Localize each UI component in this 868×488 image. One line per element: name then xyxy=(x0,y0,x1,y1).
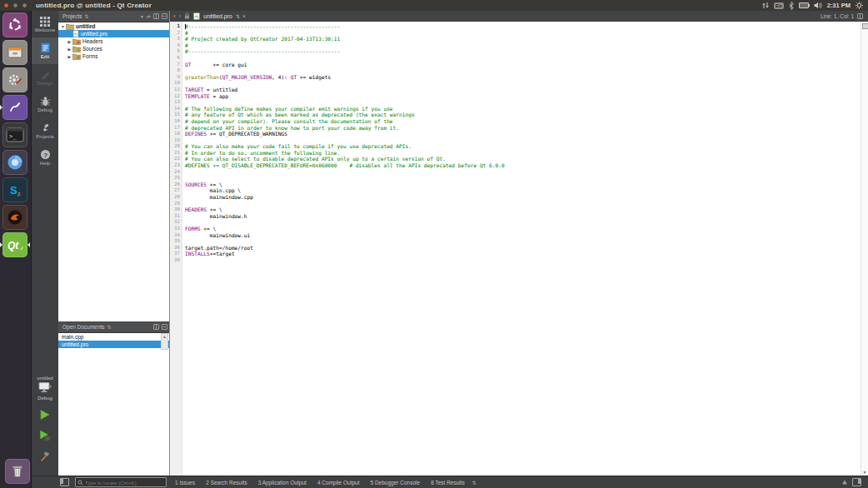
split-panel-icon[interactable] xyxy=(153,13,159,19)
line-number: 21 xyxy=(170,150,182,157)
line-number: 35 xyxy=(170,238,182,245)
window-maximize-button[interactable] xyxy=(22,2,27,8)
mode-help[interactable]: ?Help xyxy=(32,144,58,171)
debug-run-button[interactable] xyxy=(39,430,51,442)
output-pane-8-test-results[interactable]: 8 Test Results xyxy=(431,480,465,486)
output-pane-5-debugger-console[interactable]: 5 Debugger Console xyxy=(371,480,421,486)
svg-text:β: β xyxy=(17,192,21,197)
left-sidebar-toggle-icon[interactable] xyxy=(60,478,69,486)
kit-target-icon[interactable] xyxy=(38,382,52,394)
system-tray: En 2:31 PM xyxy=(762,2,863,10)
code-line: mainwindow.h xyxy=(185,213,861,220)
line-number: 19 xyxy=(170,137,182,144)
scroll-down-icon[interactable]: ▼ xyxy=(861,470,868,475)
battery-icon[interactable] xyxy=(799,2,809,8)
line-number: 17 xyxy=(170,125,182,132)
window-title: untitled.pro @ untitled - Qt Creator xyxy=(36,2,152,9)
drawing-app-icon[interactable] xyxy=(2,95,27,120)
line-number: 2 xyxy=(170,30,182,37)
mode-projects[interactable]: Projects xyxy=(32,117,58,144)
close-document-icon[interactable]: × xyxy=(242,13,246,19)
line-number: 5 xyxy=(170,48,182,55)
locator-input[interactable] xyxy=(85,480,160,486)
web-browser-icon[interactable] xyxy=(2,150,27,175)
build-hammer-icon[interactable] xyxy=(40,451,51,462)
kit-build-config[interactable]: Debug xyxy=(37,396,52,401)
expand-arrow-icon[interactable]: ▶ xyxy=(67,47,72,52)
line-number: 8 xyxy=(170,67,182,74)
firebird-chat-icon[interactable] xyxy=(2,205,27,230)
code-editor[interactable]: 1234567891011121314151617181920212223242… xyxy=(170,22,861,476)
expand-arrow-icon[interactable]: ▶ xyxy=(67,54,72,59)
code-line: INSTALLS+=target xyxy=(185,251,861,257)
editor-scrollbar[interactable]: ▼ xyxy=(861,22,868,476)
filter-icon[interactable]: ▼ xyxy=(140,14,144,19)
run-button[interactable] xyxy=(39,409,51,421)
split-panel-icon[interactable] xyxy=(153,324,159,330)
mode-label: Design xyxy=(37,81,53,86)
open-documents-scrollbar[interactable]: ▲ xyxy=(161,333,168,350)
file-manager-icon[interactable] xyxy=(2,40,27,65)
split-editor-icon[interactable] xyxy=(857,13,863,19)
clock[interactable]: 2:31 PM xyxy=(827,2,851,9)
search-icon xyxy=(77,480,83,486)
running-indicator xyxy=(0,242,2,247)
go-back-icon[interactable]: ‹ xyxy=(173,12,176,21)
file-combo-icon[interactable]: ⇅ xyxy=(236,13,239,19)
code-line: greaterThan(QT_MAJOR_VERSION, 4): QT += … xyxy=(185,74,861,81)
unity-launcher: >_SβQt xyxy=(0,11,32,488)
debug-mode-icon xyxy=(40,96,51,107)
mode-welcome[interactable]: Welcome xyxy=(32,11,58,37)
line-number: 1 xyxy=(170,23,182,30)
output-pane-3-application-output[interactable]: 3 Application Output xyxy=(258,480,307,486)
annotation-settings-icon[interactable] xyxy=(862,23,868,29)
tree-item-forms[interactable]: ▶Forms xyxy=(58,52,169,60)
bluetooth-icon[interactable] xyxy=(789,2,794,10)
mode-label: Help xyxy=(40,161,50,166)
window-minimize-button[interactable] xyxy=(12,2,18,8)
open-file-selector[interactable]: untitled.pro xyxy=(203,13,232,19)
sync-with-editor-icon[interactable]: ⇌ xyxy=(147,13,151,19)
locator-field[interactable] xyxy=(75,477,167,487)
open-document-main-cpp[interactable]: main.cpp xyxy=(58,333,169,341)
volume-icon[interactable] xyxy=(814,2,822,9)
network-icon[interactable] xyxy=(762,2,769,9)
code-line xyxy=(185,175,861,182)
output-pane-4-compile-output[interactable]: 4 Compile Output xyxy=(317,480,360,486)
skype-icon[interactable]: Sβ xyxy=(2,177,27,202)
code-line: # You can also make your code fail to co… xyxy=(185,143,861,150)
keyboard-layout-indicator[interactable]: En xyxy=(774,2,784,9)
terminal-icon[interactable]: >_ xyxy=(2,122,27,147)
session-gear-icon[interactable] xyxy=(856,2,863,9)
right-sidebar-toggle-icon[interactable] xyxy=(852,478,861,486)
open-documents-title: Open Documents xyxy=(62,324,105,330)
panel-combo-icon[interactable]: ⇅ xyxy=(107,324,111,330)
expand-arrow-icon[interactable]: ▶ xyxy=(67,39,72,44)
line-number: 34 xyxy=(170,232,182,239)
open-document-untitled-pro[interactable]: untitled.pro xyxy=(58,341,169,348)
mode-edit[interactable]: Edit xyxy=(32,37,58,64)
close-panel-icon[interactable] xyxy=(162,324,167,330)
panel-combo-icon[interactable]: ⇅ xyxy=(84,13,87,19)
kit-selector-block: untitled Debug xyxy=(32,376,58,462)
go-forward-icon[interactable]: › xyxy=(179,12,182,21)
output-pane-buttons: 1 Issues2 Search Results3 Application Ou… xyxy=(175,480,465,486)
output-pane-arrows-icon[interactable]: ⇅ xyxy=(472,480,476,486)
window-close-button[interactable] xyxy=(3,2,9,8)
line-number: 33 xyxy=(170,226,182,232)
system-settings-icon[interactable] xyxy=(2,67,27,92)
line-number: 25 xyxy=(170,175,182,182)
mode-debug[interactable]: Debug xyxy=(32,91,58,117)
output-pane-1-issues[interactable]: 1 Issues xyxy=(175,480,195,486)
expand-arrow-icon[interactable]: ▼ xyxy=(60,24,66,29)
output-pane-2-search-results[interactable]: 2 Search Results xyxy=(206,480,247,486)
qt-creator-icon[interactable]: Qt xyxy=(2,232,27,257)
trash-icon[interactable] xyxy=(5,459,30,484)
close-panel-icon[interactable] xyxy=(162,13,167,19)
build-progress-icon xyxy=(842,481,847,485)
line-number: 10 xyxy=(170,80,182,87)
ubuntu-dash-icon[interactable] xyxy=(2,12,27,37)
line-number: 3 xyxy=(170,36,182,42)
svg-text:>_: >_ xyxy=(9,133,17,140)
line-number: 6 xyxy=(170,55,182,62)
